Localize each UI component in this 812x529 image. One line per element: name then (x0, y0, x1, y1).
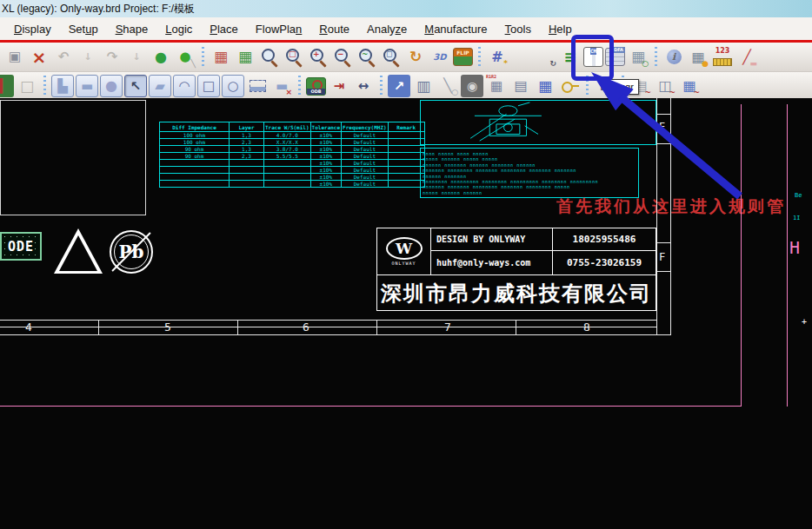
reuse-settings-icon[interactable]: ▦R1R2 (485, 75, 508, 97)
shape-rect-outline-icon[interactable]: □ (197, 75, 220, 97)
drawing-frame-ruler: 4 5 6 7 8 (0, 320, 671, 335)
license-key-icon[interactable] (558, 75, 581, 97)
frame-border-line (656, 98, 657, 335)
tel-text: 0755-23026159 (553, 251, 656, 274)
menu-item-help[interactable]: Help (540, 20, 581, 38)
redo-icon[interactable]: ↷ (101, 46, 123, 69)
model-book-icon[interactable]: ◫~ (654, 75, 676, 97)
ruler-number: 8 (583, 321, 590, 334)
fanout-icon[interactable]: ≡ (559, 46, 582, 69)
component-list-icon[interactable]: ▤ (509, 75, 532, 97)
impedance-col-header: Remark (388, 122, 424, 132)
impedance-row: 100 ohm1,34.0/7.0±10%Default (160, 132, 425, 139)
logo-text: ONLYWAY (391, 261, 416, 266)
menu-item-shape[interactable]: Shape (107, 20, 157, 38)
board-artwork-icon[interactable]: ▦ (234, 46, 256, 69)
redo-options-icon[interactable]: ↓ (125, 46, 148, 69)
zone-tick (656, 114, 670, 115)
board-outline-line (787, 104, 788, 407)
zoom-world-icon[interactable]: ~ (356, 46, 378, 69)
empty-frame-box (0, 100, 146, 215)
swap-artwork-icon[interactable]: ↻ (535, 46, 557, 69)
shape-circle-fill-icon[interactable]: ● (100, 75, 123, 97)
pcb-canvas[interactable]: Diff ImpedanceLayerTrace W/S(mil)Toleran… (0, 98, 812, 529)
code-text: ODE (8, 239, 34, 255)
logo-letter: W (386, 237, 423, 260)
ruler-number: 5 (164, 321, 171, 334)
select-area-icon[interactable] (246, 75, 269, 97)
cross-mark: + (802, 317, 807, 327)
impedance-row: 100 ohm2,3X.X/X.X±10%Default (160, 139, 425, 146)
menu-item-route[interactable]: Route (310, 20, 358, 38)
color-dialog-icon[interactable] (510, 46, 533, 69)
redraw-icon[interactable]: ↻ (404, 46, 427, 69)
signal-model-icon[interactable]: ▦~ (678, 75, 701, 97)
measure-ruler-icon[interactable]: 123 (711, 46, 734, 69)
toolbar-separator (43, 76, 46, 96)
zoom-points-icon[interactable] (258, 46, 281, 69)
menu-item-place[interactable]: Place (201, 20, 247, 38)
measure-distance-icon[interactable]: ↔ (352, 75, 375, 97)
shape-circle-outline-icon[interactable]: ○ (222, 75, 244, 97)
menu-item-flowplan[interactable]: FlowPlan (247, 20, 310, 38)
zone-letter-e: E (659, 121, 665, 133)
pin-icon[interactable]: ●╲ (174, 46, 196, 69)
toolbar-separator (380, 76, 383, 96)
zoom-out-icon[interactable]: − (331, 46, 354, 69)
menu-item-display[interactable]: Display (5, 20, 60, 38)
edge-partial-icon[interactable]: ▌ (0, 75, 14, 97)
menu-item-tools[interactable]: Tools (496, 20, 540, 38)
menu-item-analyze[interactable]: Analyze (358, 20, 416, 38)
select-shape-icon[interactable]: ↖ (124, 75, 147, 97)
zone-tick (656, 242, 670, 243)
tools-wrench-icon[interactable]: ╲○ (436, 75, 459, 97)
window-title: XL (legacy): Only-way.brd Project: F:/模板 (2, 2, 195, 17)
company-name: 深圳市昂力威科技有限公司 (377, 275, 656, 311)
shape-arc-icon[interactable]: ◠ (173, 75, 196, 97)
undo-icon[interactable]: ↶ (52, 46, 75, 69)
snapshot-camera-icon[interactable]: ◉ (461, 75, 483, 97)
odb-board-icon[interactable]: ODB (306, 77, 326, 96)
zoom-box-icon[interactable]: □ (283, 46, 305, 69)
impedance-col-header: Frequency(MHZ) (342, 122, 389, 132)
unused-shape-icon[interactable]: □ (16, 75, 38, 97)
impedance-row: ±10%Default (160, 167, 425, 174)
copy-icon[interactable]: ▣ (3, 46, 26, 69)
measure-to-edge-icon[interactable]: ⇥ (328, 75, 350, 97)
menu-item-setup[interactable]: Setup (60, 20, 107, 38)
world-grid-icon[interactable]: ▦○ (627, 46, 649, 69)
shape-poly-outline-icon[interactable]: ▰ (149, 75, 171, 97)
properties-icon[interactable]: ▦● (687, 46, 709, 69)
menu-item-manufacture[interactable]: Manufacture (416, 20, 496, 38)
shape-rect-fill-icon[interactable]: ▬ (76, 75, 98, 97)
edge-label-h: H (789, 237, 800, 258)
zoom-selection-icon[interactable]: ◻ (380, 46, 403, 69)
edge-label: 1I (793, 215, 800, 222)
view-3d-icon[interactable]: 3D (429, 46, 451, 69)
shape-polygon-fill-icon[interactable]: ▙ (51, 75, 74, 97)
phone-text: 18025955486 (553, 228, 656, 251)
highlight-ball-icon[interactable]: ● (150, 46, 172, 69)
info-icon[interactable]: i (662, 46, 685, 69)
menu-item-logic[interactable]: Logic (156, 20, 201, 38)
undo-options-icon[interactable]: ↓ (77, 46, 99, 69)
code-label-box: ODE (0, 232, 42, 261)
design-by-text: DESIGN BY ONLYWAY (431, 228, 552, 251)
constraint-manager-icon[interactable]: CM (583, 47, 603, 67)
delete-icon[interactable]: × (28, 46, 50, 69)
grid-toggle-icon[interactable]: #* (486, 46, 509, 69)
route-grid-icon[interactable]: ▦ (534, 75, 556, 97)
impedance-col-header: Trace W/S(mil) (264, 122, 311, 132)
edge-label: Be (795, 192, 802, 199)
flip-design-icon[interactable]: FLIP (453, 48, 473, 66)
export-icon[interactable]: ↗ (388, 75, 410, 97)
open-board-icon[interactable]: ▦ (210, 46, 232, 69)
zoom-in-icon[interactable]: + (307, 46, 329, 69)
dfa-check-icon[interactable]: DFA (605, 48, 625, 66)
zone-tick (656, 271, 670, 272)
company-logo: W ONLYWAY (377, 228, 431, 274)
brush-icon[interactable]: ╱▬ (735, 46, 758, 69)
impedance-col-header: Diff Impedance (160, 122, 230, 132)
drill-table-icon[interactable]: ▥ (412, 75, 435, 97)
delete-shape-icon[interactable]: ▬× (270, 75, 293, 97)
